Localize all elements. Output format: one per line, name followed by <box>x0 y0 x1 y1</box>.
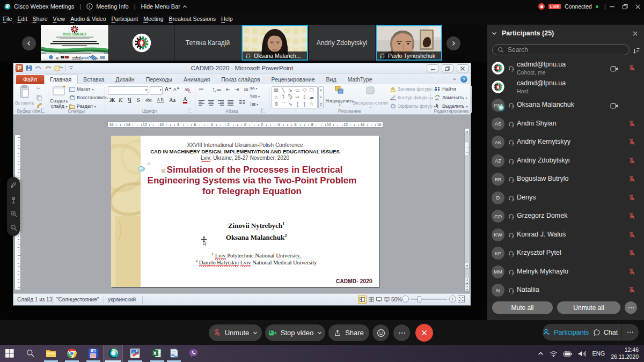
participant-row[interactable]: AZAndriy Zdobytskyi <box>487 152 644 171</box>
paste-button[interactable]: Вставить <box>15 100 34 106</box>
select-button[interactable]: Выделить▾ <box>435 104 468 109</box>
participant-row[interactable]: DDenys <box>487 189 644 208</box>
shape-effects-button[interactable]: Эффекты фигур▾ <box>390 104 436 109</box>
menu-edit[interactable]: Edit <box>15 14 30 23</box>
participant-row[interactable]: OMOksana Malanchuk <box>487 96 644 115</box>
indent-decrease-icon[interactable]: ⇤ <box>226 86 230 92</box>
unmute-button[interactable]: Unmute <box>209 324 262 341</box>
font-size-combo[interactable] <box>150 86 163 95</box>
scroll-up-button[interactable]: ▲ <box>465 128 470 134</box>
zoom-slider-track[interactable] <box>411 299 447 300</box>
shape-1[interactable]: ╲ <box>280 87 287 93</box>
zoom-out-button[interactable]: − <box>402 295 409 302</box>
save-icon[interactable] <box>26 65 32 71</box>
shape-11[interactable]: ☁ <box>308 94 315 100</box>
more-panels-button[interactable] <box>622 324 639 341</box>
video-tile-oksana[interactable]: Oksana Malanch... <box>241 25 308 61</box>
line-spacing-icon[interactable]: ↕≡ <box>243 86 248 92</box>
find-button[interactable]: Найти <box>435 86 456 92</box>
strikethrough-button[interactable]: S <box>137 97 140 103</box>
cut-icon[interactable]: ✂ <box>36 86 41 91</box>
wifi-icon[interactable] <box>550 350 558 357</box>
strip-next-button[interactable] <box>447 36 460 50</box>
taskbar-photo-viewer-icon[interactable] <box>129 348 141 359</box>
clear-format-icon[interactable]: A <box>184 86 191 95</box>
unmute-all-button[interactable]: Unmute all <box>557 301 620 314</box>
prev-slide-button[interactable]: ▲▲ <box>465 278 470 284</box>
smartart-icon[interactable]: ⤵▦ ▾ <box>250 102 258 107</box>
participant-row[interactable]: GDGrzegorz Domek <box>487 207 644 226</box>
underline-button[interactable]: Ч <box>128 97 131 103</box>
normal-view-button[interactable] <box>358 295 367 304</box>
taskbar-file-explorer-icon[interactable] <box>45 348 56 359</box>
collapse-panel-icon[interactable] <box>492 31 497 36</box>
ppt-tab-показ-слайдов[interactable]: Показ слайдов <box>216 75 266 85</box>
maximize-button[interactable] <box>618 0 631 13</box>
columns-icon[interactable] <box>239 98 245 108</box>
next-slide-button[interactable]: ▼▼ <box>465 285 470 291</box>
more-participants-button[interactable] <box>625 301 637 314</box>
ppt-tab-анимация[interactable]: Анимация <box>178 75 215 85</box>
clipboard-dialog-launcher[interactable] <box>41 108 46 113</box>
ppt-close-button[interactable] <box>457 64 469 72</box>
zoom-in-button[interactable]: + <box>449 295 456 302</box>
ppt-tab-переходы[interactable]: Переходы <box>140 75 178 85</box>
taskbar-excel-icon[interactable] <box>151 348 163 359</box>
grow-font-icon[interactable]: А▲ <box>165 86 172 92</box>
participant-row[interactable]: AKAndriy Kernytskyy <box>487 133 644 152</box>
menu-file[interactable]: File <box>1 14 14 23</box>
reactions-button[interactable] <box>372 324 389 341</box>
shape-7[interactable]: Ⴈ <box>280 94 287 100</box>
taskbar-floppy-app-icon[interactable] <box>87 348 99 359</box>
participant-row[interactable]: NNataliia <box>487 281 644 300</box>
shape-3[interactable]: ▭ <box>294 87 301 93</box>
text-direction-icon[interactable]: ІІА ▾ <box>250 86 257 91</box>
customize-qat-icon[interactable] <box>69 65 74 71</box>
menu-view[interactable]: View <box>50 14 68 23</box>
ppt-restore-button[interactable] <box>442 64 453 72</box>
new-slide-icon[interactable] <box>52 85 66 99</box>
arrange-button[interactable]: Упорядочить▾ <box>325 98 354 107</box>
ppt-tab-вставка[interactable]: Вставка <box>78 75 110 85</box>
minimize-button[interactable] <box>605 0 618 13</box>
shape-2[interactable]: ↘ <box>287 87 294 93</box>
hide-menu-bar-button[interactable]: Hide Menu Bar <box>141 3 180 10</box>
taskbar-clock[interactable]: 12:4626.11.2020 <box>611 346 639 360</box>
align-left-icon[interactable] <box>199 98 204 108</box>
participant-row[interactable]: BBBoguslaw Butrylo <box>487 170 644 189</box>
shape-0[interactable]: ▤ <box>273 87 280 93</box>
font-dialog-launcher[interactable] <box>188 108 193 113</box>
shape-6[interactable]: △ <box>273 94 280 100</box>
taskbar-notepad-icon[interactable] <box>168 348 179 359</box>
ppt-tab-главная[interactable]: Главная <box>44 75 78 85</box>
menu-help[interactable]: Help <box>219 14 236 23</box>
more-options-button[interactable] <box>393 324 410 341</box>
scroll-down-button[interactable]: ▼ <box>465 263 470 269</box>
ppt-tab-mathtype[interactable]: MathType <box>342 75 378 85</box>
collapse-ribbon-icon[interactable] <box>452 77 457 82</box>
zoom-in-icon[interactable] <box>7 210 20 218</box>
menu-share[interactable]: Share <box>30 14 50 23</box>
menu-breakout-sessions[interactable]: Breakout Sessions <box>166 14 218 23</box>
taskbar-webex-icon[interactable] <box>108 348 119 359</box>
replace-button[interactable]: abЗаменить▾ <box>435 95 467 100</box>
layout-button[interactable]: Макет▾ <box>69 86 94 92</box>
shape-5[interactable]: ▢ <box>308 87 315 93</box>
indent-increase-icon[interactable]: ⇥ <box>235 86 238 92</box>
stop-video-button[interactable]: Stop video <box>265 324 325 341</box>
participant-row[interactable]: KPKrzysztof Pytel <box>487 244 644 263</box>
shape-fill-button[interactable]: Заливка фигуры▾ <box>390 86 436 92</box>
close-button[interactable] <box>631 0 644 13</box>
paste-icon[interactable] <box>19 85 31 101</box>
shape-13[interactable]: ⌒ <box>280 101 287 107</box>
ppt-tab-file[interactable]: Файл <box>16 75 44 85</box>
record-icon[interactable] <box>538 3 545 10</box>
participant-row[interactable]: MMMelnyk Mykhaylo <box>487 263 644 282</box>
shape-15[interactable]: { <box>294 101 301 107</box>
strip-prev-button[interactable] <box>22 36 36 50</box>
align-right-icon[interactable] <box>218 98 224 108</box>
menu-audio-video[interactable]: Audio & Video <box>68 14 108 23</box>
leave-meeting-button[interactable] <box>415 324 433 342</box>
shadow-button[interactable]: abc <box>145 97 152 102</box>
shape-16[interactable]: } <box>301 101 308 107</box>
